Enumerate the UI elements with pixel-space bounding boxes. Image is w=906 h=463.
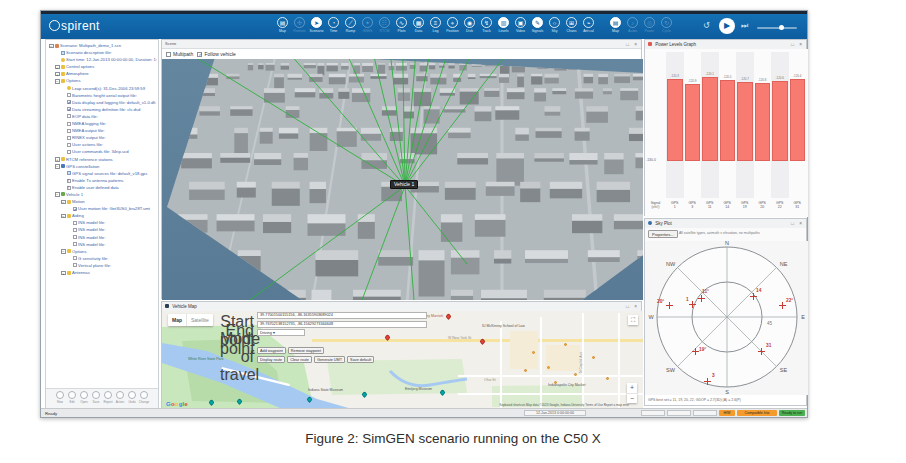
scene-3d-viewport[interactable]: Vehicle 1 (162, 59, 643, 300)
time-slider[interactable] (757, 27, 797, 29)
tree-item[interactable]: INS model file: (47, 234, 157, 241)
tree-expander[interactable]: − (61, 200, 66, 205)
tree-item[interactable]: ✔Data streaming definition file: cls.dsd (47, 106, 157, 113)
follow-vehicle-checkbox[interactable]: ✓ (197, 52, 202, 57)
tree-item[interactable]: −Vehicle 1 (47, 191, 157, 198)
tree-expander[interactable]: − (55, 164, 60, 169)
tree-tool-new-button[interactable]: New (54, 391, 66, 404)
toolbar-ramp-button[interactable]: ⟋Ramp (342, 17, 359, 33)
power-window-buttons[interactable]: □ × (791, 40, 804, 49)
tree-item[interactable]: INS model file: (47, 241, 157, 248)
tree-item[interactable]: +Atmosphere (47, 70, 157, 77)
tree-item[interactable]: ✔Data display and logging file: default_… (47, 99, 157, 106)
tree-tool-open-button[interactable]: Open (78, 391, 90, 404)
toolbar-chans-button[interactable]: ⊞Chans (563, 17, 580, 33)
map-poi-dot[interactable] (554, 381, 557, 384)
map-poi-dot[interactable] (532, 351, 535, 354)
map-poi-dot[interactable] (574, 373, 577, 376)
tree-item[interactable]: +RTCM reference stations (47, 156, 157, 163)
properties-button[interactable]: Properties... (648, 230, 678, 238)
tree-expander[interactable]: + (55, 65, 60, 70)
tree-item[interactable]: −Scenario: Multipath_demo_1.scn (47, 42, 157, 49)
tree-expander[interactable]: − (49, 44, 54, 49)
map-poi-dot[interactable] (564, 343, 567, 346)
toolbar-ant-cal-button[interactable]: ⌁Ant cal (580, 17, 597, 33)
tree-tool-change-button[interactable]: Change (138, 391, 150, 404)
tree-expander[interactable]: + (55, 72, 60, 77)
map-type-map-button[interactable]: Map (168, 314, 186, 326)
toolbar-video-button[interactable]: ▣Video (512, 17, 529, 33)
tree-item[interactable]: −GPS constellation (47, 163, 157, 170)
toolbar-time-button[interactable]: ◔Time (325, 17, 342, 33)
tree-item[interactable]: User actions file: (47, 141, 157, 148)
toolbar-plots-button[interactable]: ∿Plots (393, 17, 410, 33)
toolbar-disk-button[interactable]: ◉Disk (461, 17, 478, 33)
toolbar-track-button[interactable]: ↯Track (478, 17, 495, 33)
tree-item[interactable]: NMEA logging file: (47, 120, 157, 127)
map-type-satellite-button[interactable]: Satellite (186, 314, 213, 326)
save-default-button[interactable]: Save default (347, 356, 374, 363)
clear-route-button[interactable]: Clear route (287, 356, 312, 363)
tree-item[interactable]: −Motion (47, 198, 157, 205)
map-window-buttons[interactable]: □ × (626, 302, 639, 311)
zoom-in-button[interactable]: + (627, 383, 637, 394)
tree-expander[interactable]: − (61, 249, 66, 254)
tree-item[interactable]: Start time: 12-Jan-2013 00:00:00.00, Dur… (47, 56, 157, 63)
tree-item[interactable]: INS model file: (47, 219, 157, 226)
tree-item[interactable]: NMEA output file: (47, 127, 157, 134)
tree-item[interactable]: RINEX output file: (47, 134, 157, 141)
tree-tool-edit-button[interactable]: Edit (66, 391, 78, 404)
tree-tool-action-button[interactable]: Action (114, 391, 126, 404)
map-poi-dot[interactable] (592, 356, 595, 359)
tree-item[interactable]: Leap second(s): 31-Dec-2006 23:59:59 (47, 85, 157, 92)
tree-item[interactable]: Barometric height aerial output file: (47, 92, 157, 99)
tree-tool-report-button[interactable]: Report (102, 391, 114, 404)
toolbar-position-button[interactable]: ⌖Position (444, 17, 461, 33)
toolbar-log-button[interactable]: ≡Log (427, 17, 444, 33)
toolbar-scenario-button[interactable]: ➤Scenario (308, 17, 325, 33)
tree-item[interactable]: TEnable user defined data (47, 184, 157, 191)
tree-expander[interactable]: − (55, 192, 60, 197)
map-poi-dot[interactable] (524, 369, 527, 372)
toolbar-signals-button[interactable]: ✎Signals (529, 17, 546, 33)
tree-tool-undo-button[interactable]: Undo (126, 391, 138, 404)
tree-item[interactable]: INS model file: (47, 226, 157, 233)
generate-umt-button[interactable]: Generate UMT (314, 356, 345, 363)
multipath-checkbox[interactable] (166, 52, 171, 57)
tree-item[interactable]: TEnable Tx antenna patterns (47, 177, 157, 184)
start-point-input[interactable] (257, 312, 427, 319)
toolbar-levels-button[interactable]: ▥Levels (495, 17, 512, 33)
toolbar-sky-button[interactable]: ☼Sky (546, 17, 563, 33)
tree-item[interactable]: +Antennas (47, 269, 157, 276)
slider-knob[interactable] (779, 25, 784, 30)
tree-item[interactable]: ✔User motion file: Get3US0_bru28T.umt (47, 205, 157, 212)
tree-expander[interactable]: − (61, 214, 66, 219)
map-poi-dot[interactable] (606, 377, 609, 380)
toolbar-map-button[interactable]: ▤Map (607, 17, 624, 33)
tree-item[interactable]: −Options (47, 77, 157, 84)
tree-item[interactable]: EOP data file: (47, 113, 157, 120)
google-map[interactable]: MapSatellite White River State ParkIndia… (162, 311, 643, 409)
end-point-input[interactable] (257, 321, 427, 328)
scene-window-buttons[interactable]: □ × (626, 40, 639, 49)
tree-item[interactable]: Scenario description file: (47, 49, 157, 56)
toolbar-data-button[interactable]: ▦Data (410, 17, 427, 33)
tree-tool-save-button[interactable]: Save (90, 391, 102, 404)
tree-expander[interactable]: − (55, 79, 60, 84)
tree-item[interactable]: GPS signal sources file: default_v18.gps (47, 170, 157, 177)
display-route-button[interactable]: Display route (257, 356, 285, 363)
tree-item[interactable]: G sensitivity file: (47, 255, 157, 262)
fast-forward-button[interactable]: ⏭ (741, 21, 748, 31)
rewind-button[interactable]: ↺ (703, 21, 710, 30)
tree-item[interactable]: User commands file: 34np.ucd (47, 148, 157, 155)
tree-item[interactable]: −Options (47, 248, 157, 255)
mode-of-travel-select[interactable]: Driving ▾ (257, 329, 305, 336)
tree-item[interactable]: Vertical plane file: (47, 262, 157, 269)
sky-window-buttons[interactable]: □ × (791, 219, 804, 228)
tree-item[interactable]: −Aiding (47, 212, 157, 219)
map-fullscreen-button[interactable]: ⛶ (628, 315, 638, 325)
map-poi-dot[interactable] (547, 366, 550, 369)
play-button[interactable]: ▶ (719, 18, 735, 34)
toolbar-map-button[interactable]: ▤Map (274, 17, 291, 33)
tree-expander[interactable]: + (61, 271, 66, 276)
